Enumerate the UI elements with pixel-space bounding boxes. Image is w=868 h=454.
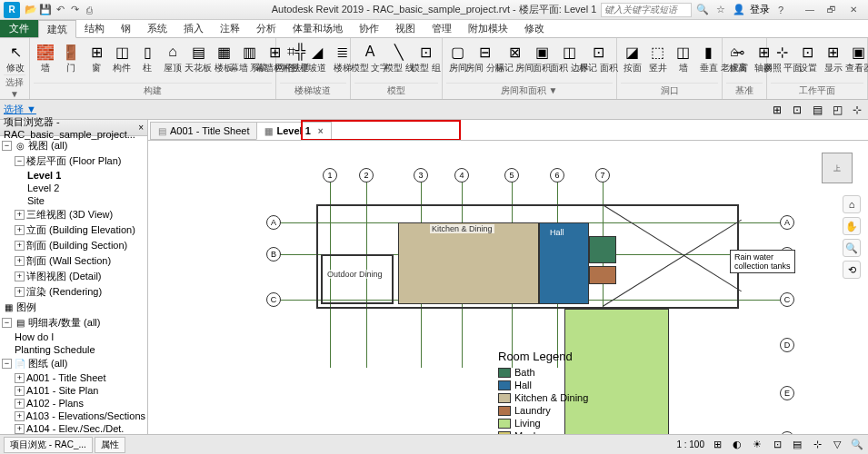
window-button[interactable]: ⊞窗 xyxy=(85,40,108,74)
expand-icon[interactable]: + xyxy=(15,271,25,281)
nav-pan-icon[interactable]: ✋ xyxy=(843,217,861,235)
sb-icon-2[interactable]: ◐ xyxy=(730,438,744,452)
wall-opening-button[interactable]: ◫墙 xyxy=(672,40,695,74)
model-line-button[interactable]: ╲模型 线 xyxy=(387,40,412,74)
expand-icon[interactable]: + xyxy=(15,256,25,266)
roof-button[interactable]: ⌂屋顶 xyxy=(161,40,185,74)
tab-modify[interactable]: 修改 xyxy=(516,19,553,37)
tab-structure[interactable]: 结构 xyxy=(76,19,113,37)
drawing-canvas[interactable]: 上 ⌂ ✋ 🔍 ⟲ 1 2 3 4 5 6 7 A B C A xyxy=(148,140,868,434)
tab-close-icon[interactable]: × xyxy=(318,126,324,136)
nav-orbit-icon[interactable]: ⟲ xyxy=(843,261,861,279)
ramp-button[interactable]: ◢坡道 xyxy=(305,40,329,74)
by-face-button[interactable]: ◪按面 xyxy=(621,40,644,74)
opt-icon-3[interactable]: ▤ xyxy=(810,103,824,117)
tab-annotate[interactable]: 注释 xyxy=(212,19,248,37)
close-button[interactable]: ✕ xyxy=(843,3,864,17)
vertical-button[interactable]: ▮垂直 xyxy=(697,40,721,74)
sb-icon-3[interactable]: ☀ xyxy=(750,438,764,452)
favorite-icon[interactable]: ☆ xyxy=(713,3,728,17)
tab-systems[interactable]: 系统 xyxy=(139,19,175,37)
expand-icon[interactable]: + xyxy=(15,241,25,251)
expand-icon[interactable]: + xyxy=(15,411,25,421)
user-icon[interactable]: 👤 xyxy=(732,3,746,17)
tab-collaborate[interactable]: 协作 xyxy=(351,19,387,37)
scale-label[interactable]: 1 : 100 xyxy=(676,439,704,449)
opt-icon-1[interactable]: ⊞ xyxy=(770,103,784,117)
viewer-button[interactable]: ▣查看器 xyxy=(847,40,868,74)
tree-level1[interactable]: Level 1 xyxy=(2,169,145,182)
tab-massing[interactable]: 体量和场地 xyxy=(284,19,351,37)
help-icon[interactable]: ? xyxy=(773,3,788,17)
expand-icon[interactable]: − xyxy=(2,359,12,369)
show-button[interactable]: ⊞显示 xyxy=(822,40,845,74)
expand-icon[interactable]: + xyxy=(15,386,25,396)
tab-steel[interactable]: 钢 xyxy=(113,19,139,37)
expand-icon[interactable]: + xyxy=(15,225,25,235)
sb-filter-icon[interactable]: ▽ xyxy=(830,438,844,452)
file-tab[interactable]: 文件 xyxy=(0,19,38,37)
level-button[interactable]: ⊸标高 xyxy=(726,40,750,74)
model-text-button[interactable]: A模型 文字 xyxy=(354,40,385,74)
shaft-button[interactable]: ⬚竖井 xyxy=(646,40,670,74)
railing-button[interactable]: ⌗栏杆扶手 xyxy=(280,40,304,74)
column-button[interactable]: ▯柱 xyxy=(135,40,159,74)
room-tag-button[interactable]: ⊠标记 房间 xyxy=(501,40,528,74)
area-tag-button[interactable]: ⊡标记 面积 xyxy=(585,40,613,74)
view-cube[interactable]: 上 xyxy=(815,146,859,190)
restore-button[interactable]: 🗗 xyxy=(821,3,843,17)
expand-icon[interactable]: + xyxy=(15,399,25,409)
opt-icon-4[interactable]: ◰ xyxy=(830,103,844,117)
doc-tab-a001[interactable]: ▤ A001 - Title Sheet xyxy=(150,122,257,140)
qat-redo-icon[interactable]: ↷ xyxy=(67,3,82,17)
sb-zoom-icon[interactable]: 🔍 xyxy=(850,438,864,452)
opt-icon-5[interactable]: ⊹ xyxy=(850,103,864,117)
door-button[interactable]: 🚪门 xyxy=(59,40,83,74)
tab-view[interactable]: 视图 xyxy=(387,19,424,37)
wall-button[interactable]: 🧱墙 xyxy=(34,40,57,74)
doc-tab-level1[interactable]: ▦ Level 1 × xyxy=(256,122,331,140)
expand-icon[interactable]: + xyxy=(15,424,25,434)
qat-print-icon[interactable]: ⎙ xyxy=(82,3,96,17)
nav-home-icon[interactable]: ⌂ xyxy=(843,195,861,213)
tab-addins[interactable]: 附加模块 xyxy=(460,19,516,37)
statusbar-tab-properties[interactable]: 属性 xyxy=(95,437,125,453)
minimize-button[interactable]: — xyxy=(799,3,821,17)
expand-icon[interactable]: − xyxy=(2,318,12,328)
tree-howdoi[interactable]: How do I xyxy=(2,331,145,343)
sb-icon-6[interactable]: ⊹ xyxy=(810,438,824,452)
browser-close-icon[interactable]: × xyxy=(138,123,144,133)
model-group-button[interactable]: ⊡模型 组 xyxy=(414,40,438,74)
expand-icon[interactable]: + xyxy=(15,373,25,383)
tab-architecture[interactable]: 建筑 xyxy=(38,20,76,38)
expand-icon[interactable]: − xyxy=(2,141,12,151)
statusbar-tab-browser[interactable]: 项目浏览 - RAC_... xyxy=(4,437,93,453)
set-button[interactable]: ⊡设置 xyxy=(796,40,820,74)
expand-icon[interactable]: + xyxy=(15,210,25,220)
qat-save-icon[interactable]: 💾 xyxy=(38,3,53,17)
search-input[interactable] xyxy=(601,3,692,17)
expand-icon[interactable]: + xyxy=(15,287,25,297)
tab-analyze[interactable]: 分析 xyxy=(248,19,284,37)
opt-icon-2[interactable]: ⊡ xyxy=(790,103,804,117)
browser-tree[interactable]: −◎视图 (all) −楼层平面 (Floor Plan) Level 1 Le… xyxy=(0,136,147,434)
expand-icon[interactable]: − xyxy=(15,156,25,166)
nav-zoom-icon[interactable]: 🔍 xyxy=(843,239,861,257)
sb-icon-1[interactable]: ⊞ xyxy=(710,438,724,452)
ref-plane-button[interactable]: ⊹参照 平面 xyxy=(771,40,794,74)
component-button[interactable]: ◫构件 xyxy=(110,40,134,74)
sb-icon-4[interactable]: ⊡ xyxy=(770,438,784,452)
tree-planting[interactable]: Planting Schedule xyxy=(2,343,145,356)
select-dropdown[interactable]: 选择 ▼ xyxy=(4,103,36,116)
tab-insert[interactable]: 插入 xyxy=(175,19,212,37)
search-icon[interactable]: 🔍 xyxy=(695,3,710,17)
tab-manage[interactable]: 管理 xyxy=(424,19,460,37)
qat-open-icon[interactable]: 📂 xyxy=(24,3,38,17)
modify-button[interactable]: ↖修改 xyxy=(4,40,27,74)
login-label[interactable]: 登录 xyxy=(750,3,770,16)
tree-level2[interactable]: Level 2 xyxy=(2,182,145,194)
sb-icon-5[interactable]: ▤ xyxy=(790,438,804,452)
tree-site[interactable]: Site xyxy=(2,194,145,207)
ceiling-button[interactable]: ▤天花板 xyxy=(186,40,210,74)
qat-undo-icon[interactable]: ↶ xyxy=(53,3,67,17)
